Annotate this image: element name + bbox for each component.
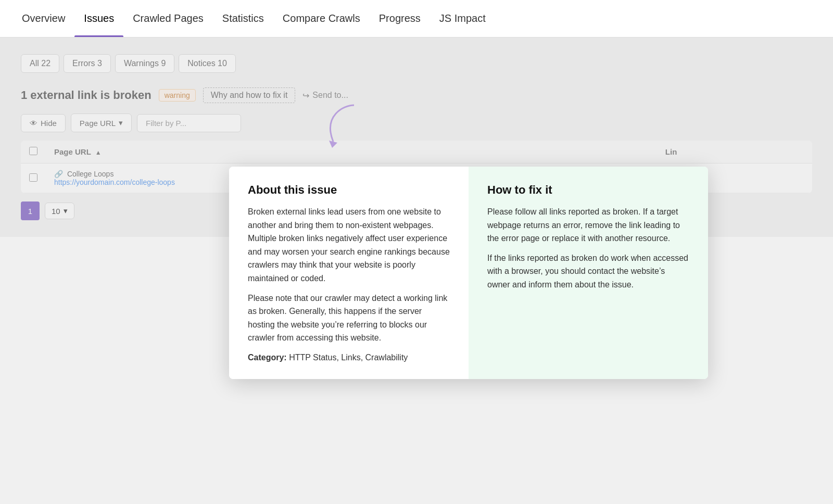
- nav-js-impact[interactable]: JS Impact: [430, 0, 495, 37]
- popup-category-value: HTTP Status, Links, Crawlability: [289, 353, 408, 362]
- popup-body-para1: Broken external links lead users from on…: [248, 205, 450, 285]
- nav-crawled-pages[interactable]: Crawled Pages: [123, 0, 213, 37]
- nav-issues[interactable]: Issues: [74, 0, 123, 37]
- popup-right-para1: Please follow all links reported as brok…: [487, 205, 689, 245]
- popup-right-para2: If the links reported as broken do work …: [487, 251, 689, 292]
- nav-progress[interactable]: Progress: [370, 0, 430, 37]
- nav-compare-crawls[interactable]: Compare Crawls: [273, 0, 370, 37]
- main-content: All 22 Errors 3 Warnings 9 Notices 10 1 …: [0, 37, 833, 237]
- popup-right-body: Please follow all links reported as brok…: [487, 205, 689, 292]
- popup-container: About this issue Broken external links l…: [229, 167, 708, 379]
- nav-overview[interactable]: Overview: [12, 0, 74, 37]
- top-navigation: Overview Issues Crawled Pages Statistics…: [0, 0, 833, 37]
- popup-left-panel: About this issue Broken external links l…: [229, 167, 469, 379]
- nav-statistics[interactable]: Statistics: [213, 0, 273, 37]
- popup-category: Category: HTTP Status, Links, Crawlabili…: [248, 353, 450, 362]
- popup-right-panel: How to fix it Please follow all links re…: [469, 167, 708, 379]
- popup-left-title: About this issue: [248, 183, 450, 197]
- popup-left-body: Broken external links lead users from on…: [248, 205, 450, 345]
- popup-body-para2: Please note that our crawler may detect …: [248, 292, 450, 345]
- popup-category-label: Category:: [248, 353, 287, 362]
- popup-right-title: How to fix it: [487, 183, 689, 197]
